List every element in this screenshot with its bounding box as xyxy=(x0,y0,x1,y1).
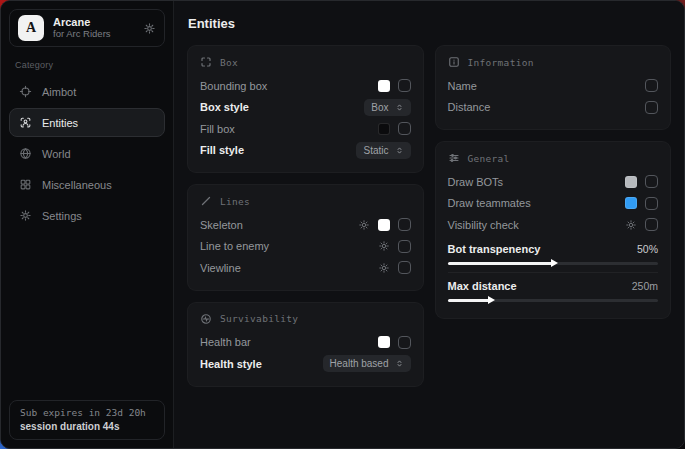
app-title: Arcane xyxy=(53,16,134,29)
slider-fill xyxy=(448,262,553,265)
setting-label: Skeleton xyxy=(200,219,243,231)
bot-transparency-slider[interactable] xyxy=(448,262,659,265)
panel-title: Lines xyxy=(220,196,250,207)
logo-text: Arcane for Arc Riders xyxy=(53,16,134,40)
slider-thumb[interactable] xyxy=(488,296,495,304)
setting-label: Name xyxy=(448,80,477,92)
dropdown-value: Box xyxy=(371,102,388,113)
viewline-checkbox[interactable] xyxy=(398,261,411,274)
health-bar-checkbox[interactable] xyxy=(398,336,411,349)
fill-style-dropdown[interactable]: Static xyxy=(356,142,410,159)
setting-row-draw-bots: Draw BOTs xyxy=(448,171,659,193)
avatar: A xyxy=(18,15,44,41)
setting-row-viewline: Viewline xyxy=(200,257,411,279)
sidebar: A Arcane for Arc Riders Category Aimbot … xyxy=(1,1,174,448)
setting-row-distance: Distance xyxy=(448,97,659,119)
setting-label: Max distance xyxy=(448,280,517,292)
distance-checkbox[interactable] xyxy=(645,101,658,114)
visibility-check-checkbox[interactable] xyxy=(645,218,658,231)
setting-label: Draw BOTs xyxy=(448,176,504,188)
skeleton-checkbox[interactable] xyxy=(398,218,411,231)
box-style-dropdown[interactable]: Box xyxy=(364,99,410,116)
globe-icon xyxy=(19,147,32,160)
setting-label: Box style xyxy=(200,101,249,113)
setting-row-skeleton: Skeleton xyxy=(200,214,411,236)
sidebar-item-label: Aimbot xyxy=(42,86,76,98)
main-content: Entities Box Bounding box xyxy=(174,1,684,448)
session-duration-text: session duration 44s xyxy=(20,421,154,432)
category-label: Category xyxy=(15,60,165,70)
color-swatch[interactable] xyxy=(378,219,390,231)
setting-row-health-style: Health style Health based xyxy=(200,353,411,375)
panel-information: Information Name Distance xyxy=(435,45,672,130)
dropdown-value: Health based xyxy=(330,358,389,369)
max-distance-slider[interactable] xyxy=(448,299,659,302)
setting-label: Distance xyxy=(448,101,491,113)
color-swatch[interactable] xyxy=(625,197,637,209)
diagonal-line-icon xyxy=(200,195,212,207)
color-swatch[interactable] xyxy=(625,176,637,188)
panel-title: Information xyxy=(468,57,534,68)
sidebar-item-label: World xyxy=(42,148,71,160)
grid-icon xyxy=(19,178,32,191)
health-style-dropdown[interactable]: Health based xyxy=(323,355,411,372)
logo-card: A Arcane for Arc Riders xyxy=(9,9,165,47)
draw-bots-checkbox[interactable] xyxy=(645,175,658,188)
fill-box-checkbox[interactable] xyxy=(398,122,411,135)
panel-box: Box Bounding box Box style Box xyxy=(187,45,424,173)
draw-teammates-checkbox[interactable] xyxy=(645,197,658,210)
max-distance-group: Max distance 250m xyxy=(448,272,659,302)
setting-row-fill-style: Fill style Static xyxy=(200,140,411,162)
app-subtitle: for Arc Riders xyxy=(53,29,134,40)
panel-title: Box xyxy=(220,57,238,68)
setting-label: Line to enemy xyxy=(200,240,269,252)
app-window: A Arcane for Arc Riders Category Aimbot … xyxy=(0,0,685,449)
setting-label: Health style xyxy=(200,358,262,370)
color-swatch[interactable] xyxy=(378,80,390,92)
chevrons-up-down-icon xyxy=(395,103,404,112)
gear-icon[interactable] xyxy=(143,22,156,35)
line-to-enemy-checkbox[interactable] xyxy=(398,240,411,253)
setting-label: Draw teammates xyxy=(448,197,531,209)
crosshair-icon xyxy=(19,85,32,98)
panel-title: General xyxy=(468,153,510,164)
gear-icon[interactable] xyxy=(378,240,390,252)
color-swatch[interactable] xyxy=(378,123,390,135)
sliders-icon xyxy=(448,152,460,164)
pulse-circle-icon xyxy=(200,313,212,325)
sidebar-item-label: Entities xyxy=(42,117,78,129)
panel-general: General Draw BOTs Draw teammates xyxy=(435,141,672,319)
sub-expiry-text: Sub expires in 23d 20h xyxy=(20,407,154,418)
sidebar-item-aimbot[interactable]: Aimbot xyxy=(9,77,165,106)
bot-transparency-group: Bot transpenency 50% xyxy=(448,239,659,265)
color-swatch[interactable] xyxy=(378,336,390,348)
info-icon xyxy=(448,56,460,68)
slider-thumb[interactable] xyxy=(551,259,558,267)
chevrons-up-down-icon xyxy=(395,359,404,368)
gear-icon[interactable] xyxy=(378,262,390,274)
setting-row-box-style: Box style Box xyxy=(200,97,411,119)
setting-label: Bounding box xyxy=(200,80,267,92)
gear-icon xyxy=(19,209,32,222)
setting-label: Visibility check xyxy=(448,219,519,231)
slider-fill xyxy=(448,299,490,302)
sidebar-item-label: Settings xyxy=(42,210,82,222)
gear-icon[interactable] xyxy=(625,219,637,231)
setting-label: Bot transpenency xyxy=(448,243,541,255)
dropdown-value: Static xyxy=(363,145,388,156)
sidebar-item-settings[interactable]: Settings xyxy=(9,201,165,230)
chevrons-up-down-icon xyxy=(395,146,404,155)
setting-row-visibility-check: Visibility check xyxy=(448,214,659,236)
bounding-box-checkbox[interactable] xyxy=(398,79,411,92)
sidebar-item-world[interactable]: World xyxy=(9,139,165,168)
sidebar-item-miscellaneous[interactable]: Miscellaneous xyxy=(9,170,165,199)
setting-label: Fill style xyxy=(200,144,244,156)
name-checkbox[interactable] xyxy=(645,79,658,92)
setting-row-name: Name xyxy=(448,75,659,97)
setting-row-health-bar: Health bar xyxy=(200,332,411,354)
setting-label: Viewline xyxy=(200,262,241,274)
gear-icon[interactable] xyxy=(358,219,370,231)
setting-row-bounding-box: Bounding box xyxy=(200,75,411,97)
sidebar-item-entities[interactable]: Entities xyxy=(9,108,165,137)
slider-value: 250m xyxy=(632,280,658,292)
